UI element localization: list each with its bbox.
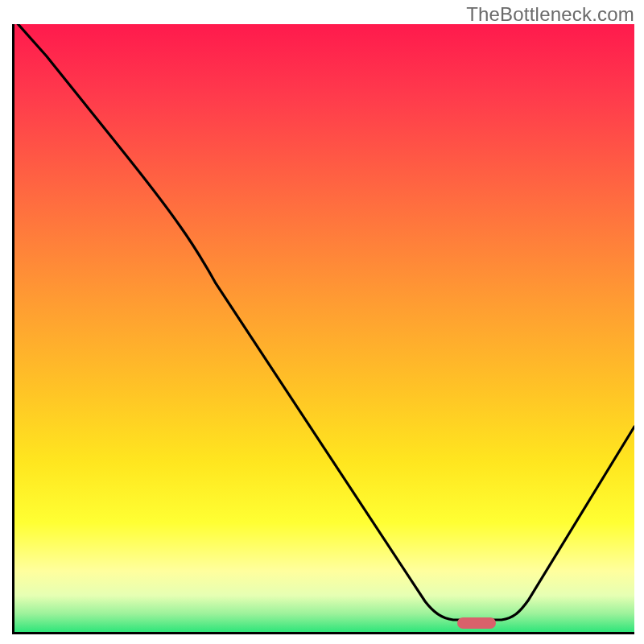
bottleneck-curve — [14, 24, 634, 632]
watermark-text: TheBottleneck.com — [466, 3, 634, 26]
optimal-marker — [457, 617, 496, 629]
chart-plot-area — [12, 24, 634, 634]
